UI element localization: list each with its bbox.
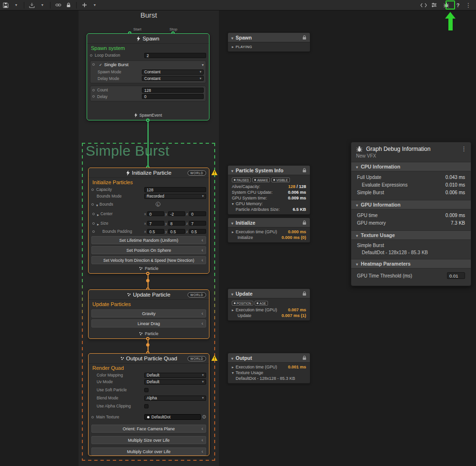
row-caret-icon[interactable] <box>232 229 234 234</box>
input-port-dot[interactable] <box>92 222 95 225</box>
row-caret-icon[interactable] <box>232 365 234 369</box>
delay-field[interactable]: 0 <box>142 94 204 99</box>
lock-icon[interactable] <box>302 168 307 173</box>
update-monitor-header[interactable]: Update <box>228 289 310 298</box>
state-caret-icon[interactable] <box>232 44 234 49</box>
block-set-lifetime-random[interactable]: Set Lifetime Random (Uniform)‹ <box>91 236 206 244</box>
save-dropdown-caret[interactable]: ▼ <box>12 1 20 10</box>
padding-x-field[interactable]: 0.5 <box>147 229 164 234</box>
input-port-dot[interactable] <box>90 54 92 57</box>
link-icon[interactable] <box>54 1 62 10</box>
code-view-icon[interactable] <box>420 1 427 10</box>
spawn-mode-dropdown[interactable]: Constant <box>142 69 204 75</box>
main-texture-object-field[interactable]: DefaultDot <box>144 414 201 420</box>
center-y-field[interactable]: -2 <box>168 211 185 216</box>
add-icon[interactable] <box>80 1 88 10</box>
collapse-caret-icon[interactable] <box>202 62 204 67</box>
update-node-header[interactable]: Update Particle WORLD <box>89 290 209 300</box>
lock-icon[interactable] <box>65 1 72 10</box>
lock-icon[interactable] <box>302 35 307 40</box>
kebab-menu-icon[interactable]: ⋮ <box>461 145 467 152</box>
help-icon[interactable]: ? <box>454 1 462 10</box>
bounds-mode-dropdown[interactable]: Recorded <box>144 194 206 199</box>
block-orient-face-camera[interactable]: Orient: Face Camera Plane‹ <box>91 425 206 433</box>
center-z-field[interactable]: 0 <box>189 211 206 216</box>
input-port-dot[interactable] <box>92 213 95 215</box>
lock-icon[interactable] <box>302 356 307 360</box>
padding-z-field[interactable]: 0.5 <box>189 229 206 234</box>
update-output-port[interactable] <box>146 337 149 340</box>
initialize-context-node[interactable]: Initialize Particle WORLD Initialize Par… <box>88 168 209 274</box>
single-burst-block[interactable]: Single Burst Spawn Mode Constant Delay M… <box>90 60 206 83</box>
input-port-dot[interactable] <box>91 416 94 418</box>
initialize-output-port[interactable] <box>146 272 149 275</box>
gpu-time-threshold-input[interactable]: 0.01 <box>447 272 465 279</box>
spawn-output-port[interactable] <box>146 119 149 122</box>
initialize-node-header[interactable]: Initialize Particle WORLD <box>89 168 209 178</box>
block-linear-drag[interactable]: Linear Drag‹ <box>91 319 206 327</box>
input-port-dot[interactable] <box>91 203 94 206</box>
object-picker-icon[interactable]: ⊙ <box>202 415 206 419</box>
color-mapping-dropdown[interactable]: Default <box>144 373 206 378</box>
update-context-node[interactable]: Update Particle WORLD Update Particles G… <box>88 289 209 339</box>
block-set-position-on-sphere[interactable]: Set Position On Sphere‹ <box>91 246 206 254</box>
single-burst-header[interactable]: Single Burst <box>90 61 206 68</box>
section-caret-icon[interactable] <box>356 164 358 169</box>
spawn-node-header[interactable]: Spawn <box>87 34 209 44</box>
more-menu-icon[interactable]: ⋮ <box>465 1 472 10</box>
center-x-field[interactable]: 0 <box>147 211 164 216</box>
block-chevron-icon[interactable]: ‹ <box>201 258 203 263</box>
bounds-link-icon[interactable]: L <box>156 202 160 207</box>
size-x-field[interactable]: 7 <box>147 221 164 226</box>
count-field[interactable]: 128 <box>142 88 204 93</box>
block-gravity[interactable]: Gravity‹ <box>91 309 206 317</box>
delay-mode-dropdown[interactable]: Constant <box>142 76 204 81</box>
block-multiply-color[interactable]: Multiply Color over Life‹ <box>91 447 206 456</box>
size-z-field[interactable]: 7 <box>189 221 206 226</box>
block-multiply-size[interactable]: Multiply Size over Life‹ <box>91 436 206 444</box>
section-caret-icon[interactable] <box>231 355 233 361</box>
export-icon[interactable] <box>28 1 36 10</box>
use-soft-particle-checkbox[interactable] <box>144 388 149 392</box>
collapsed-caret-icon[interactable] <box>97 209 99 218</box>
add-dropdown-caret[interactable]: ▼ <box>91 1 99 10</box>
output-context-node[interactable]: Output Particle Quad WORLD Render Quad C… <box>88 353 209 456</box>
size-y-field[interactable]: 8 <box>168 221 185 226</box>
initialize-monitor-header[interactable]: Initialize <box>228 218 310 228</box>
spawn-monitor-header[interactable]: Spawn <box>228 33 310 42</box>
input-port-dot[interactable] <box>91 188 94 191</box>
block-chevron-icon[interactable]: ‹ <box>201 426 203 431</box>
use-alpha-clipping-checkbox[interactable] <box>144 404 149 408</box>
section-caret-icon[interactable] <box>231 35 233 40</box>
count-delay-block[interactable]: Count 128 Delay 0 <box>90 86 206 101</box>
section-caret-icon[interactable] <box>231 291 233 297</box>
settings-sliders-icon[interactable] <box>430 1 438 10</box>
input-port-dot[interactable] <box>92 230 95 233</box>
psi-header[interactable]: Particle System Info <box>228 166 310 175</box>
gpu-information-section[interactable]: GPU Information <box>351 200 471 209</box>
texture-usage-section[interactable]: Texture Usage <box>351 230 471 240</box>
heatmap-parameters-section[interactable]: Heatmap Parameters <box>351 259 471 268</box>
block-chevron-icon[interactable]: ‹ <box>201 437 203 443</box>
block-chevron-icon[interactable]: ‹ <box>201 238 203 243</box>
uv-mode-dropdown[interactable]: Default <box>144 379 206 385</box>
initialize-warning-icon[interactable] <box>211 169 218 175</box>
lock-icon[interactable] <box>302 220 307 225</box>
expand-caret-icon[interactable] <box>232 370 234 375</box>
section-caret-icon[interactable] <box>231 220 233 226</box>
padding-y-field[interactable]: 0.5 <box>168 229 185 234</box>
output-monitor-header[interactable]: Output <box>228 353 310 363</box>
row-caret-icon[interactable] <box>232 307 234 312</box>
save-icon[interactable] <box>2 1 10 10</box>
section-caret-icon[interactable] <box>356 232 358 238</box>
spawn-context-node[interactable]: Spawn Spawn system Loop Duration 2 Singl… <box>87 33 209 120</box>
checkbox-checked-icon[interactable] <box>99 62 102 67</box>
capacity-field[interactable]: 128 <box>144 187 206 192</box>
block-chevron-icon[interactable]: ‹ <box>201 311 203 316</box>
expand-caret-icon[interactable] <box>232 201 234 206</box>
block-chevron-icon[interactable]: ‹ <box>201 321 203 326</box>
input-port-dot[interactable] <box>92 89 95 91</box>
output-warning-icon[interactable] <box>211 355 218 361</box>
section-caret-icon[interactable] <box>231 168 233 173</box>
expand-caret-icon[interactable] <box>96 200 98 208</box>
